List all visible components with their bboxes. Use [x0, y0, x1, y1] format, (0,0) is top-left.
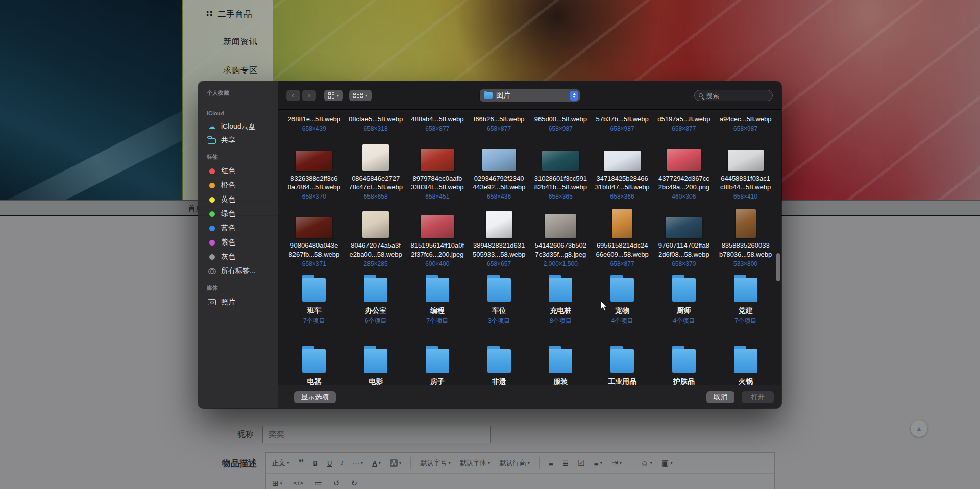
orange-tag-icon	[207, 183, 217, 188]
sidebar-tag-yellow[interactable]: 黄色	[207, 192, 278, 207]
cloud-icon: ☁	[207, 123, 217, 130]
file-thumbnail	[296, 151, 332, 171]
show-options-button[interactable]: 显示选项	[294, 391, 336, 403]
folder-icon	[423, 275, 452, 302]
forward-button[interactable]: ›	[302, 90, 316, 101]
folder-item[interactable]: 服装	[530, 346, 592, 385]
folder-item[interactable]: 车位3个项目	[468, 275, 530, 325]
cancel-button[interactable]: 取消	[706, 391, 734, 403]
sidebar-item-all-tags[interactable]: 所有标签...	[207, 264, 278, 278]
file-item[interactable]: 6956158214dc2466e609...58.webp658×877	[592, 207, 653, 267]
sidebar-item-icloud-drive[interactable]: ☁iCloud云盘	[207, 119, 278, 133]
file-item[interactable]: 43772942d367cc2bc49a...200.png460×306	[653, 140, 715, 200]
dropdown-stepper-icon	[570, 91, 578, 101]
folder-item[interactable]: 充电桩8个项目	[530, 275, 592, 325]
folder-icon	[607, 346, 637, 373]
sidebar-item-photos[interactable]: 照片	[207, 295, 278, 309]
search-input[interactable]	[706, 92, 768, 100]
file-row: 8326388c2ff3c60a7864...58.webp658×370 08…	[283, 140, 776, 200]
file-item[interactable]: 08cfae5...58.webp658×318	[345, 115, 407, 132]
file-item[interactable]: d5197a5...8.webp658×877	[653, 115, 715, 132]
scrollbar-thumb[interactable]	[776, 253, 780, 281]
favorites-header: 个人收藏	[207, 89, 278, 97]
sidebar-tag-orange[interactable]: 橙色	[207, 178, 278, 192]
file-item[interactable]: 31028601f3cc59182b41b...58.webp658×365	[530, 140, 592, 200]
file-thumbnail	[612, 209, 632, 238]
search-icon	[699, 93, 703, 97]
all-tags-icon	[207, 268, 217, 274]
file-thumbnail	[667, 149, 701, 171]
dialog-toolbar: ‹ › ▾ ▾ 图片	[278, 81, 781, 110]
file-item[interactable]: 97607114702ffa82d6f08...58.webp658×370	[653, 207, 715, 267]
caret-down-icon: ▾	[365, 93, 368, 98]
gray-tag-icon	[207, 254, 217, 260]
camera-icon	[207, 299, 217, 305]
caret-down-icon: ▾	[337, 93, 339, 98]
file-item[interactable]: 34718425b2846631bfd47...58.webp658×366	[592, 140, 653, 200]
forward-chevron-icon: ›	[308, 90, 311, 101]
file-item[interactable]: 804672074a5a3fe2ba00...58.webp285×285	[345, 207, 407, 267]
dialog-footer: 显示选项 取消 打开	[278, 385, 781, 408]
file-item[interactable]: 8358835260033b78036...58.webp533×800	[715, 207, 776, 267]
location-dropdown[interactable]: 图片	[480, 89, 580, 102]
sidebar-tag-green[interactable]: 绿色	[207, 207, 278, 221]
file-item[interactable]: 08646846e272778c47cf...58.webp658×658	[345, 140, 407, 200]
folder-item[interactable]: 非遗	[468, 346, 530, 385]
file-item[interactable]: 57b37b...58.webp658×987	[592, 115, 653, 132]
folder-item[interactable]: 火锅	[715, 346, 776, 385]
folder-item[interactable]: 房子	[407, 346, 469, 385]
open-button[interactable]: 打开	[742, 391, 774, 403]
sidebar-item-shared[interactable]: 共享	[207, 133, 278, 147]
folder-item[interactable]: 办公室6个项目	[345, 275, 407, 325]
folder-item[interactable]: 护肤品	[653, 346, 715, 385]
file-thumbnail	[666, 217, 702, 238]
folder-item[interactable]: 编程7个项目	[407, 275, 469, 325]
icon-view-button[interactable]: ▾	[324, 90, 343, 101]
file-open-dialog: 个人收藏 iCloud ☁iCloud云盘 共享 标签 红色 橙色 黄色 绿色 …	[198, 81, 781, 408]
folder-item[interactable]: 党建7个项目	[715, 275, 776, 325]
sidebar-tag-blue[interactable]: 蓝色	[207, 221, 278, 235]
group-view-button[interactable]: ▾	[349, 90, 372, 101]
file-item[interactable]: 5414260673b5027c3d35f...g8.jpeg2,000×1,5…	[530, 207, 592, 267]
icloud-header: iCloud	[207, 110, 278, 116]
file-item[interactable]: 815195614ff10a0f2f37fc6...200.jpeg600×40…	[407, 207, 469, 267]
file-item[interactable]: 488ab4...58.webp658×877	[407, 115, 469, 132]
file-item[interactable]: a94cec...58.webp658×987	[715, 115, 776, 132]
file-item[interactable]: 8979784ec0aafb3383f4f...58.webp658×451	[407, 140, 469, 200]
sidebar-tag-purple[interactable]: 紫色	[207, 235, 278, 250]
folder-icon	[484, 346, 514, 373]
shared-folder-icon	[207, 137, 217, 144]
file-item[interactable]: 965d00...58.webp658×987	[530, 115, 592, 132]
folder-item[interactable]: 班车7个项目	[283, 275, 345, 325]
file-thumbnail	[362, 144, 389, 171]
folder-icon	[423, 346, 452, 373]
file-thumbnail	[604, 151, 641, 171]
file-thumbnail	[482, 149, 516, 171]
file-item[interactable]: f66b26...58.webp658×877	[468, 115, 530, 132]
folder-item[interactable]: 宠物4个项目	[592, 275, 653, 325]
purple-tag-icon	[207, 240, 217, 246]
file-item[interactable]: 64458831f03ac1c8fb44...58.webp658×410	[715, 140, 776, 200]
folder-row-partial: 电器 电影 房子 非遗 服装 工业用品 护肤品 火锅	[283, 346, 776, 385]
file-item[interactable]: 8326388c2ff3c60a7864...58.webp658×370	[283, 140, 345, 200]
folder-icon	[299, 275, 329, 302]
file-thumbnail	[486, 211, 512, 238]
back-button[interactable]: ‹	[286, 90, 300, 101]
folder-icon	[546, 275, 575, 302]
file-item[interactable]: 26881e...58.webp658×439	[283, 115, 345, 132]
search-field[interactable]	[694, 90, 773, 101]
folder-item[interactable]: 电影	[345, 346, 407, 385]
folder-item[interactable]: 电器	[283, 346, 345, 385]
folder-item[interactable]: 厨师4个项目	[653, 275, 715, 325]
tags-header: 标签	[207, 153, 278, 161]
sidebar-tag-gray[interactable]: 灰色	[207, 250, 278, 264]
sidebar-tag-red[interactable]: 红色	[207, 164, 278, 178]
file-item[interactable]: 90806480a043e8267fb...58.webp658×371	[283, 207, 345, 267]
red-tag-icon	[207, 168, 217, 174]
folder-item[interactable]: 工业用品	[592, 346, 653, 385]
file-thumbnail	[542, 151, 579, 171]
folder-icon	[607, 275, 637, 302]
yellow-tag-icon	[207, 197, 217, 203]
file-item[interactable]: 029346792f2340443e92...58.webp658×436	[468, 140, 530, 200]
file-item[interactable]: 3894828321d631505933...58.webp658×657	[468, 207, 530, 267]
